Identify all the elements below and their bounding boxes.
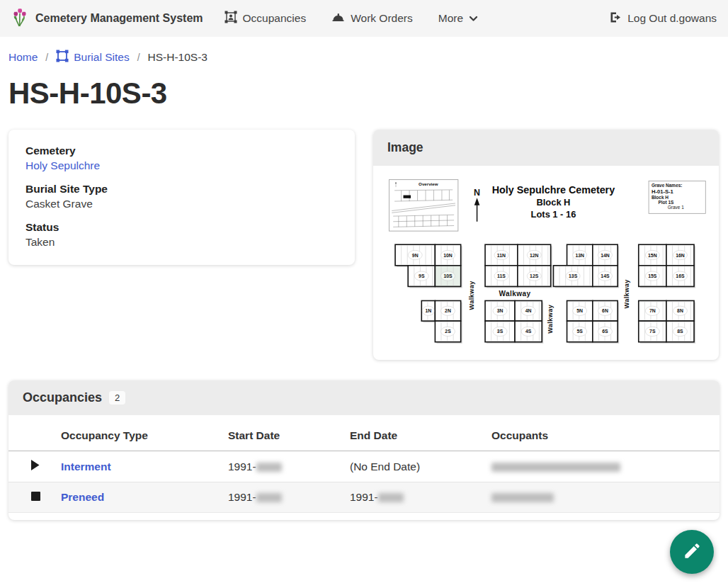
overview-thumbnail [389,180,457,232]
nav-item-occupancies[interactable]: Occupancies [224,11,307,26]
grave-box-line2: H-01-S-1 [652,188,674,195]
chevron-down-icon [469,12,478,25]
redacted-text [256,493,282,502]
occupancies-frame-icon [224,11,237,26]
burial-site-type-value: Casket Grave [25,198,338,210]
occupancies-count-badge: 2 [109,391,125,405]
breadcrumb-separator: / [38,52,56,63]
page-title: HS-H-10S-3 [8,77,728,111]
status-value: Taken [25,236,338,249]
hard-hat-icon [331,12,345,26]
burial-site-frame-icon [56,50,69,65]
breadcrumb-burial-sites-label: Burial Sites [74,51,129,64]
lot-label: 6N [602,308,608,313]
image-card: Image [373,130,719,360]
compass-arrow-icon [474,198,480,221]
occupancies-header: Occupancies 2 [8,380,720,415]
tulip-logo-icon [11,7,28,30]
occupancy-type-link[interactable]: Preneed [61,491,104,503]
start-date-value: 1991- [228,460,256,473]
occupancies-table: Occupancy Type Start Date End Date Occup… [8,418,720,513]
compass-north-label: N [474,188,480,198]
map-title-line1: Holy Sepulchre Cemetery [492,184,615,196]
redacted-text [491,463,620,472]
col-occupancy-type: Occupancy Type [52,418,220,451]
nav-item-label: Occupancies [243,12,307,25]
occupancies-section: Occupancies 2 Occupancy Type Start Date … [8,380,720,520]
lot-label: 1N [425,308,431,313]
lot-grid: 9N10N9S10S11N12N11S12S13N14N13S14S15N16N… [395,244,695,344]
lot-label: 4S [525,329,532,334]
walkway-label: Walkway [547,305,554,334]
grave-box-line4: Plot 1S [658,200,674,205]
redacted-text [256,463,282,472]
nav-item-work-orders[interactable]: Work Orders [331,12,413,26]
app-brand[interactable]: Cemetery Management System [11,7,203,30]
lot-label: 15N [648,253,657,258]
lot-label: 16N [676,253,685,258]
nav-item-label: More [438,12,463,25]
table-row: Preneed 1991- 1991- [8,482,720,513]
lot-label: 11N [497,253,506,258]
lot-label: 6S [602,329,608,334]
start-date-value: 1991- [228,491,256,503]
lot-label: 8N [677,308,683,313]
logout-button[interactable]: Log Out d.gowans [609,11,717,26]
lot-label: 5S [576,329,583,334]
nav-item-more[interactable]: More [438,12,478,25]
nav-item-label: Work Orders [351,12,413,25]
map-title-line3: Lots 1 - 16 [531,209,576,220]
burial-site-details-card: Cemetery Holy Sepulchre Burial Site Type… [8,130,355,265]
lot-label: 9N [412,253,419,258]
lot-label: 13S [569,273,578,278]
walkway-label: Walkway [623,279,630,308]
lot-label: 8S [677,329,683,334]
app-title: Cemetery Management System [35,12,203,25]
top-navbar: Cemetery Management System Occupancies W… [0,0,728,37]
breadcrumb-home-link[interactable]: Home [8,51,38,64]
lot-label: 7N [649,308,656,313]
lot-label: 12N [530,253,539,258]
lot-label: 2S [445,329,451,334]
lot-label: 15S [648,273,657,278]
lot-label: 10N [443,253,453,258]
lot-label: 13N [575,253,584,258]
end-date-value: (No End Date) [350,460,420,473]
breadcrumb-separator: / [130,52,148,63]
lot-label: 12S [530,273,539,278]
cemetery-link[interactable]: Holy Sepulchre [25,159,100,171]
breadcrumb: Home / Burial Sites / HS-H-10S-3 [0,37,728,65]
logout-label: Log Out d.gowans [627,12,717,25]
pencil-icon [683,541,702,562]
plot-map-image: Overview N Holy Sepulchre Cemetery Block… [373,166,719,360]
status-label: Status [25,221,338,234]
burial-site-type-label: Burial Site Type [25,183,338,196]
edit-fab-button[interactable] [670,530,714,574]
walkway-label: Walkway [499,290,530,298]
lot-label: 14S [601,273,610,278]
redacted-text [491,493,554,502]
stop-icon [31,491,40,503]
table-row: Interment 1991- (No End Date) [8,451,720,482]
breadcrumb-current: HS-H-10S-3 [148,51,207,64]
breadcrumb-burial-sites-link[interactable]: Burial Sites [56,50,129,65]
grave-box-line1: Grave Names: [652,183,683,188]
walkway-label: Walkway [468,281,475,310]
image-card-title: Image [373,130,719,166]
col-start-date: Start Date [220,418,341,451]
table-header-row: Occupancy Type Start Date End Date Occup… [8,418,720,451]
lot-label: 3N [497,308,504,313]
lot-label: 3S [497,329,504,334]
overview-title: Overview [419,181,438,186]
col-occupants: Occupants [483,418,720,451]
occupancy-type-link[interactable]: Interment [61,460,111,473]
cemetery-label: Cemetery [25,145,338,157]
map-title-line2: Block H [536,197,570,208]
lot-label: 9S [419,273,425,278]
grave-box-line3: Block H [652,195,669,200]
lot-label: 5N [576,308,583,313]
occupancies-title: Occupancies [23,390,102,405]
lot-label: 14N [601,253,610,258]
cemetery-plot-map: Overview N Holy Sepulchre Cemetery Block… [381,171,710,354]
lot-label: 16S [676,273,685,278]
